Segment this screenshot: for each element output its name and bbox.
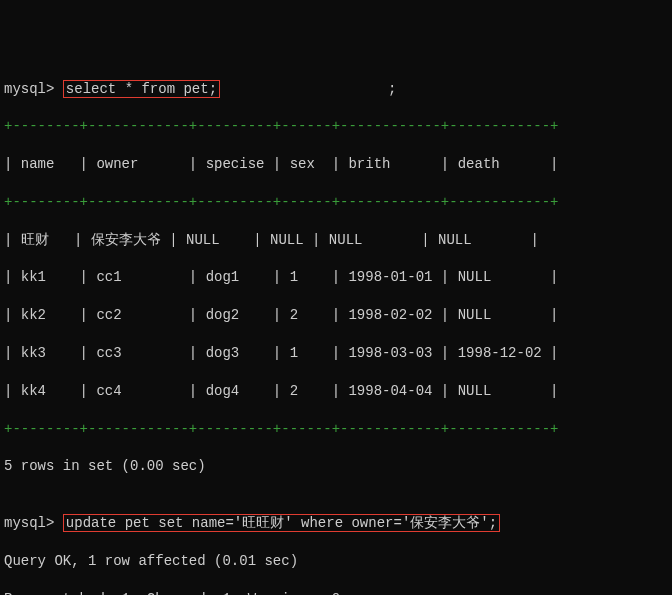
table1-border-bot: +--------+------------+---------+------+… — [4, 420, 668, 439]
table1-header: | name | owner | specise | sex | brith |… — [4, 155, 668, 174]
table1-row-1: | kk1 | cc1 | dog1 | 1 | 1998-01-01 | NU… — [4, 268, 668, 287]
stray-semicolon: ; — [388, 81, 396, 97]
query-1: select * from pet; — [63, 80, 220, 98]
result1-footer: 5 rows in set (0.00 sec) — [4, 457, 668, 476]
table1-row-2: | kk2 | cc2 | dog2 | 2 | 1998-02-02 | NU… — [4, 306, 668, 325]
table1-row-3: | kk3 | cc3 | dog3 | 1 | 1998-03-03 | 19… — [4, 344, 668, 363]
update-line2: Rows matched: 1 Changed: 1 Warnings: 0 — [4, 590, 668, 595]
table1-border-mid: +--------+------------+---------+------+… — [4, 193, 668, 212]
update-line1: Query OK, 1 row affected (0.01 sec) — [4, 552, 668, 571]
mysql-prompt: mysql> — [4, 515, 54, 531]
mysql-prompt: mysql> — [4, 81, 54, 97]
query-2: update pet set name='旺旺财' where owner='保… — [63, 514, 500, 532]
table1-row-4: | kk4 | cc4 | dog4 | 2 | 1998-04-04 | NU… — [4, 382, 668, 401]
table1-row-0: | 旺财 | 保安李大爷 | NULL | NULL | NULL | NULL… — [4, 231, 668, 250]
table1-border-top: +--------+------------+---------+------+… — [4, 117, 668, 136]
